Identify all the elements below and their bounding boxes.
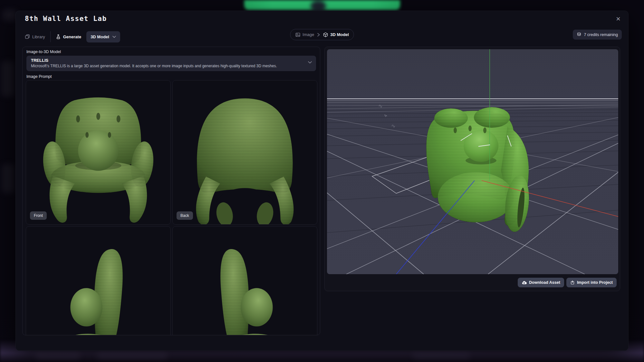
breadcrumb: Image 3D Model	[290, 29, 354, 40]
credits-label: 7 credits remaining	[584, 32, 618, 37]
generate-label: Generate	[63, 34, 81, 39]
viewport-actions: Download Asset Import into Project	[518, 278, 617, 287]
chair-side-image	[26, 227, 170, 335]
breadcrumb-model-step[interactable]: 3D Model	[323, 32, 349, 37]
backdrop-blur-shape	[412, 351, 470, 359]
image-tile-front[interactable]: Front	[26, 80, 171, 225]
generate-button[interactable]: Generate	[56, 34, 81, 39]
breadcrumb-image-label: Image	[303, 32, 314, 37]
tile-badge-back: Back	[177, 211, 193, 220]
section-label: Image-to-3D Model	[26, 50, 61, 54]
breadcrumb-model-label: 3D Model	[330, 32, 349, 37]
viewport-canvas[interactable]: 2 4 2	[327, 49, 618, 274]
cloud-download-icon	[522, 280, 527, 285]
image-to-3d-panel: Image-to-3D Model TRELLIS Microsoft's TR…	[22, 47, 320, 335]
flask-icon	[56, 34, 61, 39]
model-type-dropdown[interactable]: 3D Model	[86, 31, 120, 42]
model-name: TRELLIS	[31, 58, 48, 63]
image-tile-back[interactable]: Back	[172, 80, 317, 225]
3d-scene: 2 4 2	[327, 49, 618, 274]
chevron-right-icon	[317, 33, 320, 37]
import-into-project-button[interactable]: Import into Project	[566, 278, 617, 287]
close-icon: ✕	[616, 15, 620, 23]
image-prompt-grid: Front Back	[26, 80, 317, 335]
image-icon	[295, 32, 300, 37]
backdrop-blur-shape	[35, 351, 81, 359]
library-label: Library	[32, 34, 45, 39]
toolbar-divider	[50, 31, 51, 42]
library-icon	[25, 34, 30, 39]
model-select[interactable]: TRELLIS Microsoft's TRELLIS is a large 3…	[26, 56, 316, 71]
cube-icon	[323, 32, 328, 37]
chevron-down-icon	[112, 36, 116, 38]
import-box-icon	[570, 280, 575, 285]
backdrop-green-banner	[244, 0, 400, 10]
model-description: Microsoft's TRELLIS is a large 3D asset …	[31, 64, 277, 68]
prompt-label: Image Prompt	[26, 74, 52, 79]
tile-badge-front: Front	[30, 211, 47, 220]
image-tile-side-right[interactable]	[172, 226, 317, 335]
coins-icon	[577, 32, 582, 37]
backdrop-blur-shape	[1, 61, 14, 97]
download-asset-button[interactable]: Download Asset	[518, 278, 564, 287]
close-button[interactable]: ✕	[613, 14, 623, 24]
library-button[interactable]: Library	[25, 34, 45, 39]
chair-front-image	[26, 80, 170, 224]
import-into-project-label: Import into Project	[577, 280, 613, 285]
backdrop-blur-shape	[2, 164, 14, 193]
credits-badge: 7 credits remaining	[573, 30, 622, 40]
toolbar: Library Generate 3D Model	[25, 31, 120, 42]
backdrop-blur-shape	[3, 10, 17, 21]
download-asset-label: Download Asset	[529, 280, 560, 285]
viewport-panel: 2 4 2	[324, 47, 620, 291]
chair-side-image	[173, 227, 317, 335]
breadcrumb-image-step[interactable]: Image	[295, 32, 314, 37]
chevron-down-icon	[308, 61, 312, 64]
backdrop-banner-dark-spot	[311, 1, 326, 12]
page-title: 8th Wall Asset Lab	[25, 15, 107, 23]
image-tile-side-left[interactable]	[26, 226, 171, 335]
chair-back-image	[173, 80, 317, 224]
asset-lab-modal: 8th Wall Asset Lab ✕ Library Generate 3D…	[15, 11, 629, 351]
model-type-label: 3D Model	[91, 34, 109, 39]
backdrop-blur-shape	[97, 351, 168, 359]
